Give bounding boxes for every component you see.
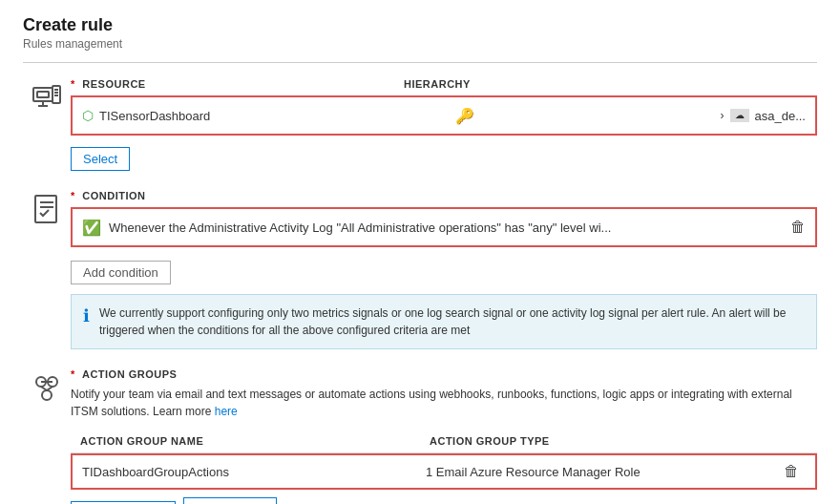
info-icon: ℹ [83,305,90,326]
action-groups-label: * ACTION GROUPS [71,368,817,380]
create-new-button[interactable]: Create New [183,497,278,504]
resource-content: * RESOURCE HIERARCHY ⬡ TISensorDashboard [71,78,817,171]
required-star: * [71,78,75,90]
svg-rect-8 [35,196,56,222]
page-title: Create rule [23,15,817,35]
action-buttons: Select existing Create New [71,497,817,504]
col-action-header [779,435,808,447]
info-box: ℹ We currently support configuring only … [71,294,817,349]
chevron-icon: › [721,109,724,122]
resource-name: TISensorDashboard [99,109,210,123]
learn-more-link[interactable]: here [215,405,238,418]
ag-name: TIDashboardGroupActions [82,465,426,479]
required-star-ag: * [71,368,75,380]
svg-line-14 [41,387,47,390]
svg-point-13 [42,390,52,400]
add-condition-button[interactable]: Add condition [71,261,171,284]
condition-section: * CONDITION ✅ Whenever the Administrativ… [23,190,817,349]
action-groups-content: * ACTION GROUPS Notify your team via ema… [71,368,817,504]
resource-icon [23,78,71,113]
svg-line-15 [47,387,52,390]
col-name-header: ACTION GROUP NAME [80,435,430,447]
ag-type: 1 Email Azure Resource Manager Role [426,465,769,479]
delete-condition-icon[interactable]: 🗑 [790,219,806,236]
key-icon: 🔑 [455,107,474,125]
action-groups-section: * ACTION GROUPS Notify your team via ema… [23,368,817,504]
action-group-row: TIDashboardGroupActions 1 Email Azure Re… [73,455,815,488]
condition-content: * CONDITION ✅ Whenever the Administrativ… [71,190,817,349]
hierarchy-label: HIERARCHY [404,78,471,90]
action-table-header: ACTION GROUP NAME ACTION GROUP TYPE [71,430,817,453]
info-text: We currently support configuring only tw… [99,304,805,339]
condition-box: ✅ Whenever the Administrative Activity L… [71,207,817,247]
divider [23,62,817,63]
asa-label: asa_de... [755,109,807,123]
resource-hierarchy: 🔑 [210,107,720,125]
cloud-icon: ☁ [730,109,749,122]
resource-section: * RESOURCE HIERARCHY ⬡ TISensorDashboard [23,78,817,171]
resource-box: ⬡ TISensorDashboard 🔑 › ☁ asa_de... [71,95,817,136]
resource-label: * RESOURCE HIERARCHY [71,78,817,90]
resource-row: ⬡ TISensorDashboard 🔑 › ☁ asa_de... [73,97,815,134]
check-icon: ✅ [82,219,101,237]
col-type-header: ACTION GROUP TYPE [430,435,779,447]
condition-icon [23,190,71,224]
delete-ag-icon[interactable]: 🗑 [777,463,806,480]
action-group-box: TIDashboardGroupActions 1 Email Azure Re… [71,453,817,490]
page-subtitle: Rules management [23,37,817,51]
action-groups-desc: Notify your team via email and text mess… [71,386,817,420]
select-button[interactable]: Select [71,147,130,171]
condition-label: * CONDITION [71,190,817,201]
action-groups-icon [23,368,71,403]
svg-rect-1 [37,92,49,97]
resource-right: › ☁ asa_de... [721,109,807,123]
condition-text: Whenever the Administrative Activity Log… [109,220,783,235]
required-star-condition: * [71,190,75,201]
condition-row: ✅ Whenever the Administrative Activity L… [73,209,815,245]
green-resource-icon: ⬡ [82,108,94,123]
